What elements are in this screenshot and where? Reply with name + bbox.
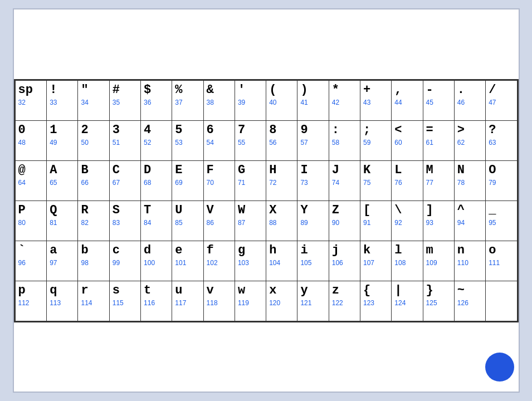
char-symbol: d [144, 243, 169, 258]
char-symbol: l [394, 243, 419, 258]
ascii-table: sp32!33"34#35$36%37&38'39(40)41*42+43,44… [15, 80, 518, 321]
char-symbol: i [300, 243, 325, 258]
char-code: 83 [113, 219, 138, 227]
table-row: p112q113r114s115t116u117v118w119x120y121… [15, 281, 517, 321]
char-symbol: { [363, 283, 388, 298]
ascii-cell: L76 [392, 160, 423, 200]
char-code: 74 [332, 179, 357, 187]
char-code: 116 [144, 299, 169, 307]
char-symbol: L [394, 163, 419, 178]
char-symbol: C [113, 163, 138, 178]
ascii-cell: '39 [235, 80, 266, 120]
char-symbol: j [332, 243, 357, 258]
char-symbol: v [207, 283, 232, 298]
ascii-cell: Z90 [329, 200, 360, 241]
char-code: 114 [81, 299, 106, 307]
char-code: 52 [144, 139, 169, 146]
char-symbol: D [144, 163, 169, 178]
ascii-cell [486, 281, 517, 321]
char-symbol: " [81, 83, 106, 97]
ascii-cell: z122 [329, 281, 360, 321]
char-code: 89 [300, 219, 325, 227]
blue-circle-decoration [485, 353, 514, 382]
char-code: 78 [457, 179, 482, 187]
ascii-cell: x120 [266, 281, 297, 321]
char-symbol: 3 [113, 123, 138, 138]
char-symbol: V [207, 203, 232, 218]
char-code: 39 [238, 99, 263, 106]
char-symbol: [ [363, 203, 388, 218]
char-symbol: 1 [50, 123, 75, 138]
char-code: 70 [207, 179, 232, 187]
char-symbol: k [363, 243, 388, 258]
ascii-cell: 452 [141, 120, 172, 160]
ascii-cell: D68 [141, 160, 172, 200]
char-code: 111 [489, 259, 514, 267]
ascii-cell: A65 [47, 160, 78, 200]
char-code: 112 [18, 299, 44, 307]
char-code: 101 [175, 259, 200, 267]
char-symbol: / [489, 83, 514, 97]
ascii-cell: H72 [266, 160, 297, 200]
char-symbol: y [300, 283, 325, 298]
ascii-cell: b98 [78, 241, 109, 281]
ascii-cell: #35 [109, 80, 140, 120]
char-symbol: ; [363, 123, 388, 138]
ascii-cell: 654 [203, 120, 235, 160]
char-code: 81 [50, 219, 75, 227]
char-code: 73 [300, 179, 325, 187]
char-symbol: t [144, 283, 169, 298]
ascii-cell: Q81 [47, 200, 78, 241]
char-code: 35 [113, 99, 138, 106]
ascii-cell: s115 [109, 281, 140, 321]
char-code: 41 [300, 99, 325, 106]
ascii-cell: j106 [329, 241, 360, 281]
ascii-cell: h104 [266, 241, 297, 281]
char-symbol: N [457, 163, 482, 178]
char-symbol: Y [300, 203, 325, 218]
ascii-cell: &38 [203, 80, 235, 120]
char-symbol: H [269, 163, 294, 178]
ascii-cell: o111 [486, 241, 517, 281]
table-row: P80Q81R82S83T84U85V86W87X88Y89Z90[91\92]… [15, 200, 517, 241]
char-code: 47 [489, 99, 514, 106]
char-code: 59 [363, 139, 388, 146]
char-code: 58 [332, 139, 357, 146]
ascii-cell: <60 [392, 120, 423, 160]
char-symbol: w [238, 283, 263, 298]
table-row: @64A65B66C67D68E69F70G71H72I73J74K75L76M… [15, 160, 517, 200]
char-code: 67 [113, 179, 138, 187]
char-code: 103 [238, 259, 263, 267]
char-code: 34 [81, 99, 106, 106]
ascii-cell: )41 [297, 80, 329, 120]
char-code: 76 [394, 179, 419, 187]
char-code: 97 [50, 259, 75, 267]
table-row: `96a97b98c99d100e101f102g103h104i105j106… [15, 241, 517, 281]
char-symbol: ^ [457, 203, 482, 218]
char-symbol: T [144, 203, 169, 218]
char-code: 118 [207, 299, 232, 307]
ascii-cell: 048 [15, 120, 47, 160]
ascii-cell: /47 [486, 80, 517, 120]
char-symbol: ` [18, 243, 44, 258]
char-code: 64 [18, 179, 44, 187]
ascii-cell: sp32 [15, 80, 47, 120]
ascii-cell: y121 [297, 281, 329, 321]
ascii-cell: r114 [78, 281, 109, 321]
char-code: 98 [81, 259, 106, 267]
char-code: 60 [394, 139, 419, 146]
char-symbol: I [300, 163, 325, 178]
ascii-cell: \92 [392, 200, 423, 241]
char-symbol: , [394, 83, 419, 97]
char-symbol: \ [394, 203, 419, 218]
char-code: 91 [363, 219, 388, 227]
char-symbol: ~ [457, 283, 482, 298]
char-code: 75 [363, 179, 388, 187]
char-code: 115 [113, 299, 138, 307]
char-symbol: R [81, 203, 106, 218]
char-symbol: ( [269, 83, 294, 97]
char-code: 102 [207, 259, 232, 267]
char-symbol: ) [300, 83, 325, 97]
ascii-cell: !33 [47, 80, 78, 120]
ascii-cell: I73 [297, 160, 329, 200]
